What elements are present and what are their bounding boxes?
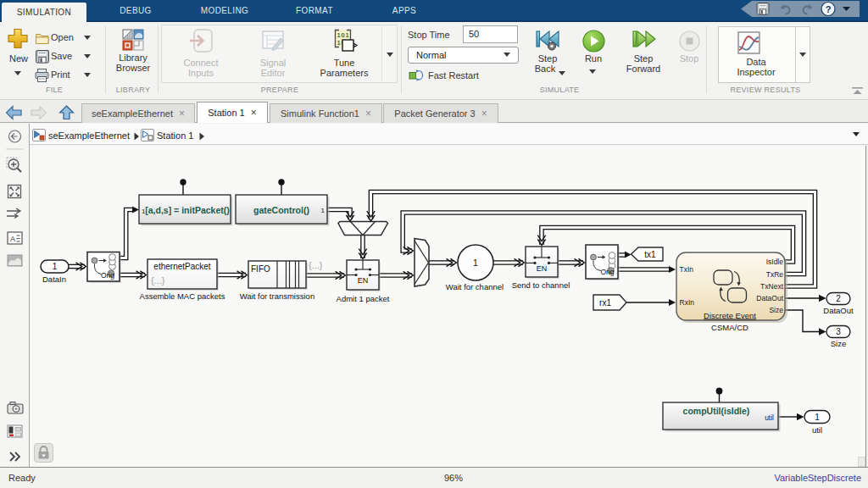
svg-text:1: 1 — [142, 208, 146, 215]
svg-text:{...}: {...} — [309, 260, 323, 270]
svg-text:{...}: {...} — [151, 275, 165, 286]
svg-text:Wait for channel: Wait for channel — [446, 282, 504, 291]
svg-text:EN: EN — [537, 264, 548, 273]
svg-text:101: 101 — [337, 31, 350, 39]
svg-text:TxRe: TxRe — [766, 270, 784, 279]
svg-text:DataOut: DataOut — [756, 294, 783, 302]
svg-text:Orig: Orig — [101, 271, 114, 280]
svg-text:CSMA/CD: CSMA/CD — [711, 323, 748, 332]
svg-text:?: ? — [826, 4, 832, 14]
svg-text:DataIn: DataIn — [42, 274, 66, 284]
svg-text:1: 1 — [815, 413, 820, 422]
svg-text:2: 2 — [836, 294, 841, 303]
svg-text:1: 1 — [473, 258, 478, 268]
svg-text:rx1: rx1 — [599, 298, 611, 308]
svg-text:1: 1 — [321, 207, 326, 214]
svg-text:FIFO: FIFO — [251, 264, 270, 274]
svg-text:RxIn: RxIn — [680, 298, 695, 307]
svg-text:util: util — [812, 425, 822, 435]
svg-text:DataOut: DataOut — [823, 306, 854, 315]
svg-text:TxIn: TxIn — [680, 265, 694, 274]
svg-text:Size: Size — [831, 339, 846, 348]
svg-text:TxNext: TxNext — [760, 282, 784, 291]
svg-text:Size: Size — [769, 306, 783, 314]
svg-text:Send to channel: Send to channel — [512, 280, 570, 290]
svg-text:IsIdle: IsIdle — [766, 258, 784, 266]
svg-text:Admit 1 packet: Admit 1 packet — [337, 294, 390, 303]
svg-text:A: A — [10, 235, 15, 243]
svg-text:gateControl(): gateControl() — [253, 205, 309, 215]
svg-text:[a,d,s] = initPacket(): [a,d,s] = initPacket() — [145, 205, 229, 215]
svg-text:tx1: tx1 — [644, 250, 656, 259]
svg-text:1: 1 — [53, 262, 58, 271]
svg-text:Wait for transmission: Wait for transmission — [240, 291, 314, 301]
svg-text:compUtil(isIdle): compUtil(isIdle) — [683, 406, 750, 416]
svg-text:Orig: Orig — [601, 268, 615, 276]
svg-text:Discrete Event: Discrete Event — [704, 311, 756, 320]
svg-text:ethernetPacket: ethernetPacket — [153, 262, 210, 271]
svg-text:EN: EN — [358, 276, 369, 285]
svg-text:3: 3 — [836, 327, 841, 336]
svg-text:util: util — [765, 413, 774, 422]
svg-text:Assemble MAC packets: Assemble MAC packets — [140, 291, 225, 301]
